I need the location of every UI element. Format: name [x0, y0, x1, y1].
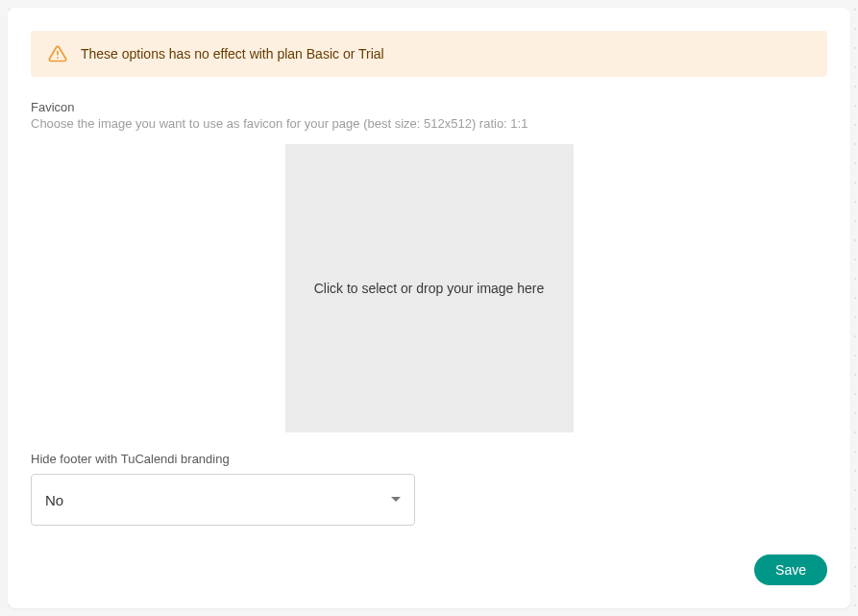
hide-footer-label: Hide footer with TuCalendi branding: [31, 452, 827, 466]
favicon-dropzone[interactable]: Click to select or drop your image here: [285, 144, 574, 432]
hide-footer-section: Hide footer with TuCalendi branding No: [31, 452, 827, 526]
settings-card: These options has no effect with plan Ba…: [8, 8, 850, 608]
plan-warning-alert: These options has no effect with plan Ba…: [31, 31, 827, 77]
hide-footer-select[interactable]: No: [31, 474, 415, 526]
hide-footer-value: No: [45, 492, 391, 508]
footer-actions: Save: [31, 554, 827, 585]
dropzone-container: Click to select or drop your image here: [31, 144, 827, 432]
save-button[interactable]: Save: [754, 554, 827, 585]
dropzone-text: Click to select or drop your image here: [314, 281, 545, 296]
alert-message: These options has no effect with plan Ba…: [81, 46, 384, 62]
favicon-section: Favicon Choose the image you want to use…: [31, 100, 827, 452]
warning-icon: [48, 44, 67, 63]
favicon-label: Favicon: [31, 100, 827, 114]
favicon-hint: Choose the image you want to use as favi…: [31, 116, 827, 131]
chevron-down-icon: [391, 497, 401, 503]
